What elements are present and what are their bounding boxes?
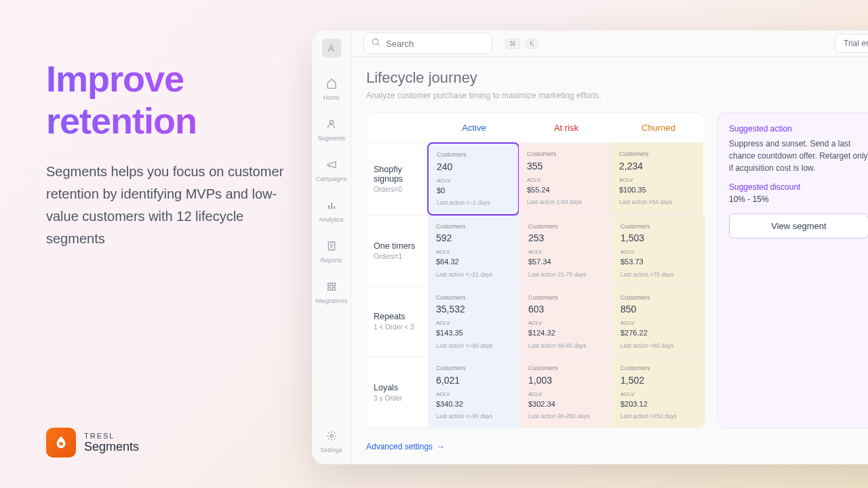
matrix-cell[interactable]: Customers 355 ACLV $55.24 Last action 1-… (519, 143, 611, 215)
matrix-cell[interactable]: Customers 2,234 ACLV $100.35 Last action… (611, 143, 703, 215)
suggested-action-text: Suppress and sunset. Send a last chance … (729, 138, 868, 174)
nav-integrations[interactable]: Integrations (312, 279, 351, 307)
page-title: Lifecycle journey (366, 69, 868, 87)
svg-rect-3 (328, 283, 330, 286)
bar-chart-icon (326, 200, 337, 214)
advanced-settings-link[interactable]: Advanced settings → (366, 442, 445, 451)
brand-logo: TRESL Segments (46, 428, 139, 458)
nav-settings[interactable]: Settings (312, 428, 351, 456)
row-label: Shopfiy signupsOrders=0 (367, 143, 428, 215)
nav-campaigns[interactable]: Campaigns (312, 157, 351, 185)
app-window: A Home Segments Campaigns Analytics Repo… (312, 30, 868, 464)
suggested-discount-value: 10% - 15% (729, 195, 868, 204)
svg-point-1 (330, 121, 333, 124)
suggested-discount-label: Suggested discount (729, 182, 868, 192)
arrow-right-icon: → (437, 442, 445, 451)
matrix-row: Repeats1 < Order < 3 Customers 35,532 AC… (367, 286, 705, 357)
trial-badge[interactable]: Trial ends in 2 d (835, 34, 868, 53)
svg-rect-4 (332, 283, 335, 286)
matrix-cell[interactable]: Customers 35,532 ACLV $143.35 Last actio… (428, 287, 520, 357)
matrix-cell[interactable]: Customers 850 ACLV $276.22 Last action >… (612, 287, 705, 357)
workspace-avatar[interactable]: A (322, 39, 341, 58)
column-header-churned[interactable]: Churned (612, 113, 705, 142)
matrix-cell[interactable]: Customers 603 ACLV $124.32 Last action 6… (520, 287, 612, 357)
kbd-k: K (526, 39, 538, 49)
matrix-row: Shopfiy signupsOrders=0 Customers 240 AC… (367, 142, 705, 215)
svg-rect-5 (328, 287, 330, 290)
brand-name-bottom: Segments (84, 440, 139, 454)
matrix-row: One timersOrders=1 Customers 592 ACLV $8… (367, 215, 705, 286)
svg-point-0 (59, 442, 63, 446)
row-label: Loyals3 ≤ Order (367, 357, 428, 428)
matrix-row: Loyals3 ≤ Order Customers 6,021 ACLV $34… (367, 357, 705, 428)
home-icon (326, 78, 337, 92)
matrix-cell[interactable]: Customers 6,021 ACLV $340.32 Last action… (428, 357, 520, 428)
nav-segments[interactable]: Segments (312, 116, 351, 144)
matrix-cell[interactable]: Customers 1,003 ACLV $302.34 Last action… (520, 357, 612, 428)
suggested-action-label: Suggested action (729, 124, 868, 134)
marketing-headline: Improve retention (46, 58, 304, 142)
view-segment-button[interactable]: View segment (729, 214, 868, 239)
matrix-cell[interactable]: Customers 1,503 ACLV $53.73 Last action … (612, 216, 705, 286)
brand-logo-icon (46, 428, 76, 458)
gear-icon (326, 430, 337, 444)
grid-icon (326, 281, 337, 295)
svg-point-7 (330, 434, 333, 437)
matrix-cell[interactable]: Customers 592 ACLV $84.32 Last action <=… (428, 216, 520, 286)
topbar: ⌘ K Trial ends in 2 d (351, 30, 868, 57)
megaphone-icon (326, 159, 337, 173)
matrix-cell[interactable]: Customers 253 ACLV $57.34 Last action 21… (520, 216, 612, 286)
row-label: Repeats1 < Order < 3 (367, 287, 428, 357)
suggestion-card: Suggested action Suppress and sunset. Se… (717, 113, 868, 428)
matrix-cell[interactable]: Customers 240 ACLV $0 Last action <=1 da… (427, 142, 519, 216)
column-header-risk[interactable]: At risk (520, 113, 612, 142)
sidebar: A Home Segments Campaigns Analytics Repo… (312, 30, 351, 464)
page-description: Analyze customer purchase timing to maxi… (366, 91, 868, 100)
marketing-subtext: Segments helps you focus on customer ret… (46, 161, 304, 250)
kbd-cmd: ⌘ (505, 39, 520, 49)
search-input[interactable]: ⌘ K (363, 33, 492, 54)
nav-reports[interactable]: Reports (312, 238, 351, 266)
brand-name-top: TRESL (84, 432, 139, 440)
svg-point-8 (372, 39, 378, 44)
user-icon (326, 119, 337, 132)
lifecycle-matrix: Active At risk Churned Shopfiy signupsOr… (366, 113, 705, 428)
nav-analytics[interactable]: Analytics (312, 197, 351, 226)
file-icon (326, 241, 337, 254)
nav-home[interactable]: Home (312, 75, 351, 104)
column-header-active[interactable]: Active (428, 113, 520, 142)
search-icon (371, 37, 380, 49)
svg-rect-6 (332, 287, 335, 290)
matrix-cell[interactable]: Customers 1,502 ACLV $203.12 Last action… (612, 357, 705, 428)
row-label: One timersOrders=1 (367, 216, 428, 286)
